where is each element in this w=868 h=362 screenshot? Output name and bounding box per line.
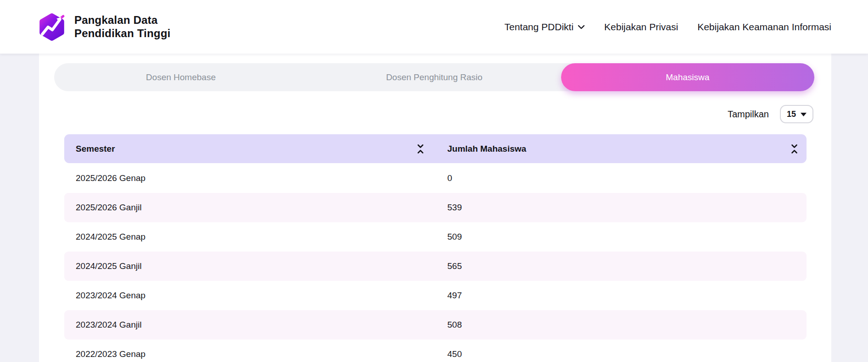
- brand-title-line1: Pangkalan Data: [74, 14, 171, 27]
- column-header-label: Jumlah Mahasiswa: [447, 144, 526, 154]
- nav-item-label: Tentang PDDikti: [504, 22, 573, 33]
- table-body: 2025/2026 Genap 0 2025/2026 Ganjil 539 2…: [64, 164, 807, 362]
- nav-item-label: Kebijakan Keamanan Informasi: [697, 22, 831, 33]
- table-header-row: Semester Jumlah Mahasiswa: [64, 134, 807, 163]
- table-row: 2023/2024 Genap 497: [64, 281, 807, 310]
- nav-item-label: Kebijakan Privasi: [604, 22, 678, 33]
- semester-table: Semester Jumlah Mahasiswa 2025/2026 Gena…: [64, 134, 807, 362]
- table-row: 2023/2024 Ganjil 508: [64, 310, 807, 340]
- brand[interactable]: Pangkalan Data Pendidikan Tinggi: [37, 12, 171, 42]
- semester-cell: 2023/2024 Ganjil: [64, 320, 434, 330]
- chevron-down-icon: [578, 25, 585, 29]
- semester-cell: 2022/2023 Genap: [64, 349, 434, 359]
- nav-item-kebijakan-privasi[interactable]: Kebijakan Privasi: [604, 22, 678, 33]
- brand-title-line2: Pendidikan Tinggi: [74, 27, 171, 40]
- page-size-label: Tampilkan: [728, 109, 769, 120]
- nav-item-tentang-pddikti[interactable]: Tentang PDDikti: [504, 22, 585, 33]
- tab-dosen-penghitung-rasio[interactable]: Dosen Penghitung Rasio: [307, 63, 561, 91]
- jumlah-mahasiswa-cell: 508: [434, 320, 807, 330]
- semester-cell: 2025/2026 Ganjil: [64, 203, 434, 213]
- tab-mahasiswa[interactable]: Mahasiswa: [561, 63, 814, 91]
- top-header: Pangkalan Data Pendidikan Tinggi Tentang…: [0, 0, 868, 54]
- table-row: 2024/2025 Genap 509: [64, 222, 807, 252]
- jumlah-mahasiswa-cell: 539: [434, 203, 807, 213]
- page-size-control: Tampilkan 15: [728, 105, 813, 123]
- column-header-jumlah-mahasiswa: Jumlah Mahasiswa: [434, 134, 807, 163]
- main-nav: Tentang PDDikti Kebijakan Privasi Kebija…: [504, 22, 831, 33]
- page-size-dropdown[interactable]: 15: [780, 105, 813, 123]
- semester-cell: 2025/2026 Genap: [64, 173, 434, 183]
- semester-cell: 2024/2025 Genap: [64, 232, 434, 242]
- page-size-value: 15: [787, 110, 796, 119]
- table-row: 2025/2026 Ganjil 539: [64, 193, 807, 222]
- table-row: 2025/2026 Genap 0: [64, 164, 807, 193]
- table-row: 2022/2023 Genap 450: [64, 340, 807, 362]
- sort-icon[interactable]: [417, 143, 424, 154]
- table-row: 2024/2025 Ganjil 565: [64, 252, 807, 281]
- tab-dosen-homebase[interactable]: Dosen Homebase: [54, 63, 307, 91]
- jumlah-mahasiswa-cell: 565: [434, 261, 807, 271]
- pddikti-logo-icon: [37, 12, 67, 42]
- semester-cell: 2023/2024 Genap: [64, 291, 434, 301]
- brand-title: Pangkalan Data Pendidikan Tinggi: [74, 14, 171, 40]
- jumlah-mahasiswa-cell: 509: [434, 232, 807, 242]
- semester-cell: 2024/2025 Ganjil: [64, 261, 434, 271]
- column-header-label: Semester: [76, 144, 115, 154]
- jumlah-mahasiswa-cell: 0: [434, 173, 807, 183]
- jumlah-mahasiswa-cell: 450: [434, 349, 807, 359]
- jumlah-mahasiswa-cell: 497: [434, 291, 807, 301]
- dropdown-arrow-icon: [801, 112, 807, 116]
- tab-bar: Dosen Homebase Dosen Penghitung Rasio Ma…: [54, 63, 814, 91]
- column-header-semester: Semester: [64, 134, 434, 163]
- sort-icon[interactable]: [790, 143, 798, 154]
- nav-item-kebijakan-keamanan-informasi[interactable]: Kebijakan Keamanan Informasi: [697, 22, 831, 33]
- content-card: Dosen Homebase Dosen Penghitung Rasio Ma…: [39, 54, 831, 362]
